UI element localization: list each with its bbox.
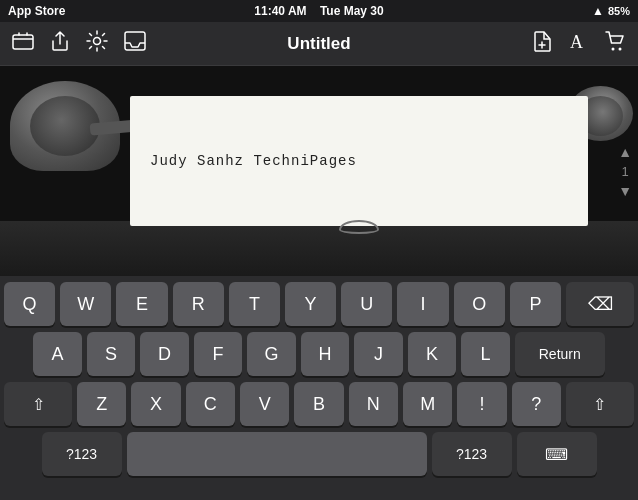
key-n[interactable]: N — [349, 382, 398, 426]
key-r[interactable]: R — [173, 282, 224, 326]
key-z[interactable]: Z — [77, 382, 126, 426]
font-icon[interactable]: A — [568, 30, 588, 57]
toolbar-left — [12, 30, 146, 57]
key-exclamation[interactable]: ! — [457, 382, 506, 426]
status-right: ▲ 85% — [592, 4, 630, 18]
key-d[interactable]: D — [140, 332, 189, 376]
carrier-label: App Store — [8, 4, 65, 18]
svg-text:A: A — [570, 32, 583, 52]
key-t[interactable]: T — [229, 282, 280, 326]
paper: Judy Sanhz TechniPages — [130, 96, 588, 226]
key-j[interactable]: J — [354, 332, 403, 376]
keyboard-row-2: A S D F G H J K L Return — [4, 332, 634, 376]
key-l[interactable]: L — [461, 332, 510, 376]
backspace-key[interactable]: ⌫ — [566, 282, 634, 326]
typewriter-left — [0, 66, 140, 276]
toolbar: Untitled A — [0, 22, 638, 66]
key-h[interactable]: H — [301, 332, 350, 376]
inbox-icon[interactable] — [124, 31, 146, 56]
document-text: Judy Sanhz TechniPages — [130, 153, 588, 169]
page-down-arrow[interactable]: ▼ — [618, 183, 632, 199]
shift-right-key[interactable]: ⇧ — [566, 382, 634, 426]
svg-point-4 — [612, 48, 615, 51]
key-k[interactable]: K — [408, 332, 457, 376]
key-question[interactable]: ? — [512, 382, 561, 426]
key-q[interactable]: Q — [4, 282, 55, 326]
keyboard-row-3: ⇧ Z X C V B N M ! ? ⇧ — [4, 382, 634, 426]
svg-rect-0 — [13, 35, 33, 49]
share-icon[interactable] — [50, 30, 70, 57]
add-doc-icon[interactable] — [532, 30, 552, 57]
page-indicator: ▲ 1 ▼ — [618, 144, 632, 199]
numbers-right-key[interactable]: ?123 — [432, 432, 512, 476]
key-w[interactable]: W — [60, 282, 111, 326]
battery-label: 85% — [608, 5, 630, 17]
status-time: 11:40 AM — [254, 4, 306, 18]
keyboard-row-1: Q W E R T Y U I O P ⌫ — [4, 282, 634, 326]
svg-point-1 — [94, 38, 101, 45]
keyboard: Q W E R T Y U I O P ⌫ A S D F G H J K L … — [0, 276, 638, 500]
key-y[interactable]: Y — [285, 282, 336, 326]
status-center: 11:40 AM Tue May 30 — [254, 4, 383, 18]
paper-cursor — [339, 220, 379, 234]
status-bar: App Store 11:40 AM Tue May 30 ▲ 85% — [0, 0, 638, 22]
key-i[interactable]: I — [397, 282, 448, 326]
settings-icon[interactable] — [86, 30, 108, 57]
status-left: App Store — [8, 4, 65, 18]
key-u[interactable]: U — [341, 282, 392, 326]
page-number: 1 — [621, 164, 628, 179]
new-doc-icon[interactable] — [12, 31, 34, 56]
shift-left-key[interactable]: ⇧ — [4, 382, 72, 426]
key-c[interactable]: C — [186, 382, 235, 426]
key-o[interactable]: O — [454, 282, 505, 326]
key-x[interactable]: X — [131, 382, 180, 426]
key-g[interactable]: G — [247, 332, 296, 376]
key-v[interactable]: V — [240, 382, 289, 426]
toolbar-title: Untitled — [287, 34, 350, 54]
wifi-icon: ▲ — [592, 4, 604, 18]
keyboard-dismiss-key[interactable]: ⌨ — [517, 432, 597, 476]
key-f[interactable]: F — [194, 332, 243, 376]
toolbar-right: A — [532, 30, 626, 57]
svg-point-5 — [619, 48, 622, 51]
key-b[interactable]: B — [294, 382, 343, 426]
key-m[interactable]: M — [403, 382, 452, 426]
key-p[interactable]: P — [510, 282, 561, 326]
return-key[interactable]: Return — [515, 332, 605, 376]
space-key[interactable] — [127, 432, 427, 476]
key-s[interactable]: S — [87, 332, 136, 376]
document-area: Judy Sanhz TechniPages ▲ 1 ▼ — [0, 66, 638, 276]
page-up-arrow[interactable]: ▲ — [618, 144, 632, 160]
status-date: Tue May 30 — [320, 4, 384, 18]
key-e[interactable]: E — [116, 282, 167, 326]
cart-icon[interactable] — [604, 30, 626, 57]
keyboard-row-4: ?123 ?123 ⌨ — [4, 432, 634, 476]
key-a[interactable]: A — [33, 332, 82, 376]
numbers-left-key[interactable]: ?123 — [42, 432, 122, 476]
